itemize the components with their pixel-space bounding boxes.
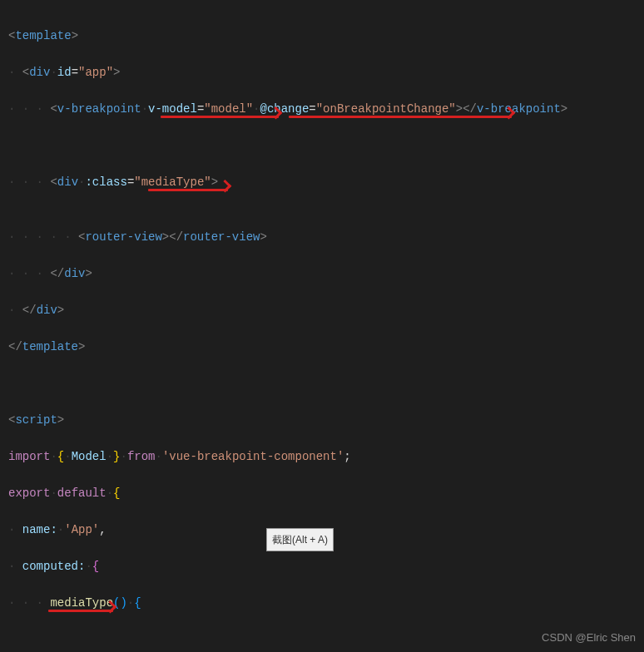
underline-change: [289, 116, 512, 118]
underline-mediatype-func: [48, 610, 113, 612]
watermark: CSDN @Elric Shen: [542, 629, 636, 647]
code-editor[interactable]: <template> · <div·id="app"> · · · <v-bre…: [0, 0, 644, 652]
underline-vmodel: [161, 116, 279, 118]
screenshot-tooltip: 截图(Alt + A): [266, 528, 334, 551]
underline-mediatype: [148, 189, 228, 191]
template-open: template: [15, 29, 71, 42]
